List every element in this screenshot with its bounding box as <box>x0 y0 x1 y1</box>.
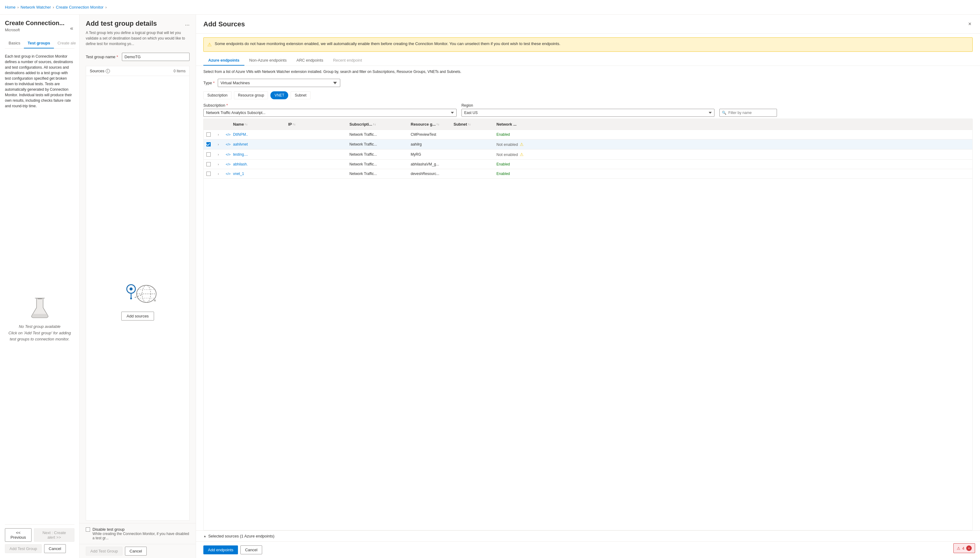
filter-subnet-button[interactable]: Subnet <box>291 91 310 99</box>
row4-expand[interactable]: › <box>213 170 223 178</box>
th-subscription[interactable]: Subscripti... ↑↓ <box>347 121 408 128</box>
sort-name-icon[interactable]: ↑↓ <box>244 123 247 126</box>
filter-name-group: 🔍 <box>719 103 973 117</box>
sources-empty: × Add sources <box>86 76 189 520</box>
cancel-panel-button[interactable]: Cancel <box>241 545 262 554</box>
center-more-button[interactable]: ... <box>185 21 190 27</box>
tab-arc-endpoints[interactable]: ARC endpoints <box>291 56 328 66</box>
th-subnet[interactable]: Subnet ↑↓ <box>451 121 494 128</box>
tab-azure-endpoints[interactable]: Azure endpoints <box>203 56 244 66</box>
disable-test-group-row: Disable test group While creating the Co… <box>80 523 196 544</box>
filter-resource-group-button[interactable]: Resource group <box>234 91 268 99</box>
filter-vnet-button[interactable]: VNET <box>270 91 288 99</box>
row3-network: Enabled <box>494 160 972 169</box>
row1-checkbox[interactable] <box>206 142 211 146</box>
add-endpoints-button[interactable]: Add endpoints <box>203 545 238 554</box>
sidebar-action-buttons: Add Test Group Cancel <box>5 544 74 553</box>
row2-checkbox[interactable] <box>206 152 211 157</box>
th-name[interactable]: Name ↑↓ <box>231 121 286 128</box>
table-row: › </> vnet_1 Network Traffic... deveshRe… <box>204 169 972 179</box>
panel-header: Add Sources × <box>196 15 980 34</box>
filter-row: Subscription Resource group VNET Subnet <box>196 89 980 101</box>
th-network: Network ... <box>494 121 972 128</box>
row1-type-icon: </> <box>226 143 231 146</box>
th-checkbox <box>204 121 213 128</box>
row3-checkbox-cell[interactable] <box>204 160 213 169</box>
row2-checkbox-cell[interactable] <box>204 150 213 159</box>
add-test-group-center-button[interactable]: Add Test Group <box>86 547 123 556</box>
center-title: Add test group details <box>86 20 183 28</box>
row4-checkbox-cell[interactable] <box>204 169 213 178</box>
type-select[interactable]: Virtual Machines <box>218 79 340 87</box>
row4-type-icon: </> <box>226 172 231 176</box>
sidebar-footer: << Previous Next : Create alert >> <box>5 524 74 542</box>
close-panel-button[interactable]: × <box>967 20 973 28</box>
center-footer: Add Test Group Cancel <box>80 544 196 558</box>
error-badge-warning-icon: ⚠ <box>957 546 960 551</box>
row3-checkbox[interactable] <box>206 162 211 166</box>
row0-expand[interactable]: › <box>213 131 223 139</box>
tab-create-alert[interactable]: Create ale <box>54 38 80 48</box>
row3-name[interactable]: abhilash. <box>231 160 286 169</box>
sort-subscription-icon[interactable]: ↑↓ <box>373 123 376 126</box>
add-test-group-button[interactable]: Add Test Group <box>5 544 42 553</box>
warning-icon: ⚠ <box>207 41 212 48</box>
breadcrumb-home[interactable]: Home <box>5 5 16 10</box>
sort-resource-group-icon[interactable]: ↑↓ <box>437 123 440 126</box>
test-group-name-row: Test group name * <box>80 50 196 64</box>
table-body: › </> DtINPM.. Network Traffic... CMPrev… <box>204 130 972 179</box>
disable-test-group-checkbox[interactable] <box>86 527 90 532</box>
th-expand <box>213 121 223 128</box>
cancel-center-button[interactable]: Cancel <box>125 547 146 556</box>
test-group-name-label: Test group name * <box>86 54 118 59</box>
breadcrumb: Home › Network Watcher › Create Connecti… <box>5 5 106 10</box>
row2-type-icon: </> <box>226 153 231 156</box>
row3-expand[interactable]: › <box>213 160 223 169</box>
row2-ip <box>286 152 347 157</box>
top-bar: Home › Network Watcher › Create Connecti… <box>0 0 980 15</box>
sort-ip-icon[interactable]: ↑↓ <box>293 123 296 126</box>
add-sources-button[interactable]: Add sources <box>121 312 154 320</box>
breadcrumb-network-watcher[interactable]: Network Watcher <box>21 5 51 10</box>
row0-checkbox[interactable] <box>206 132 211 137</box>
subscription-select[interactable]: Network Traffic Analytics Subscript... <box>203 109 456 117</box>
breadcrumb-create-monitor[interactable]: Create Connection Monitor <box>56 5 103 10</box>
sidebar-collapse-button[interactable]: « <box>69 24 74 33</box>
selected-sources-footer[interactable]: ▲ Selected sources (1 Azure endpoints) <box>196 530 980 542</box>
row4-checkbox[interactable] <box>206 172 211 176</box>
test-group-name-input[interactable] <box>122 53 190 61</box>
table-row: › </> DtINPM.. Network Traffic... CMPrev… <box>204 130 972 140</box>
sources-info-icon[interactable]: i <box>106 69 110 73</box>
filter-subscription-button[interactable]: Subscription <box>203 91 232 99</box>
cancel-button-sidebar[interactable]: Cancel <box>44 544 65 553</box>
sort-subnet-icon[interactable]: ↑↓ <box>468 123 471 126</box>
row2-warning-icon: ⚠ <box>520 152 524 157</box>
error-badge[interactable]: ⚠ 4 × <box>953 543 975 553</box>
row1-name[interactable]: aahilvnet <box>231 140 286 149</box>
th-resource-group[interactable]: Resource g... ↑↓ <box>408 121 451 128</box>
sources-label: Sources i <box>90 69 110 73</box>
row2-resource-group: MyRG <box>408 150 451 159</box>
globe-illustration: × <box>119 276 156 307</box>
subscription-group: Subscription * Network Traffic Analytics… <box>203 103 456 117</box>
filter-name-input[interactable] <box>719 109 777 117</box>
th-ip[interactable]: IP ↑↓ <box>286 121 347 128</box>
region-select[interactable]: East US <box>461 109 715 117</box>
row2-expand[interactable]: › <box>213 151 223 159</box>
row2-name[interactable]: testing.... <box>231 150 286 159</box>
row2-icon: </> <box>223 150 231 159</box>
svg-line-5 <box>135 294 142 297</box>
row1-checkbox-cell[interactable] <box>204 140 213 149</box>
tab-test-groups[interactable]: Test groups <box>24 38 54 48</box>
tab-non-azure-endpoints[interactable]: Non-Azure endpoints <box>244 56 291 66</box>
row0-checkbox-cell[interactable] <box>204 130 213 139</box>
row4-name[interactable]: vnet_1 <box>231 169 286 178</box>
type-label: Type * <box>203 80 215 85</box>
breadcrumb-sep2: › <box>53 5 54 10</box>
breadcrumb-sep3: › <box>105 5 106 10</box>
row0-name[interactable]: DtINPM.. <box>231 130 286 139</box>
previous-button[interactable]: << Previous <box>5 528 31 542</box>
error-badge-close[interactable]: × <box>966 545 972 551</box>
row1-expand[interactable]: › <box>213 140 223 149</box>
tab-basics[interactable]: Basics <box>5 38 24 48</box>
